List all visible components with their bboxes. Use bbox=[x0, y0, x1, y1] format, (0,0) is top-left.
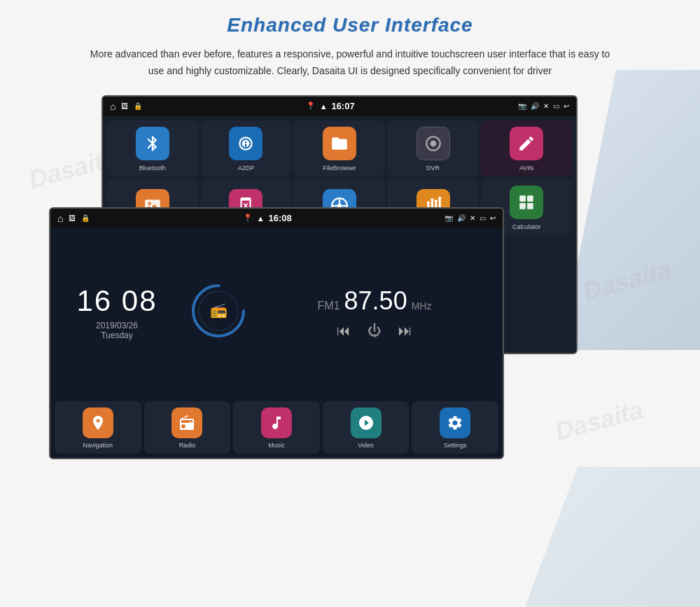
bottom-tile-music[interactable]: Music bbox=[233, 401, 320, 454]
bluetooth-label: Bluetooth bbox=[139, 165, 166, 172]
app-tile-avin[interactable]: AVIN bbox=[481, 120, 572, 176]
status-center-back: 📍 ▲ 16:07 bbox=[306, 101, 355, 111]
app-tile-dvr[interactable]: ⊙ DVR bbox=[388, 120, 479, 176]
filebrowser-label: FileBrowser bbox=[323, 165, 356, 172]
navigation-icon bbox=[83, 407, 113, 438]
photo-icon-front: 🖼 bbox=[69, 214, 76, 222]
bottom-tile-navigation[interactable]: Navigation bbox=[55, 401, 141, 454]
settings-icon bbox=[440, 407, 470, 438]
volume-icon-back: 🔊 bbox=[531, 102, 539, 110]
time-front: 16:08 bbox=[269, 213, 292, 223]
svg-point-16 bbox=[430, 198, 433, 201]
settings-label: Settings bbox=[444, 442, 467, 449]
radio-frequency: 87.50 bbox=[344, 286, 407, 316]
radio-unit: MHz bbox=[412, 300, 432, 312]
app-tile-bluetooth[interactable]: Bluetooth bbox=[107, 120, 198, 176]
navigation-label: Navigation bbox=[83, 442, 113, 449]
radio-dial: 📻 bbox=[190, 283, 246, 342]
volume-icon-front: 🔊 bbox=[457, 214, 465, 222]
bottom-app-row: Navigation Radio bbox=[50, 397, 503, 458]
home-icon-front[interactable]: ⌂ bbox=[57, 213, 63, 224]
status-bar-back: ⌂ 🖼 🔒 📍 ▲ 16:07 📷 🔊 ✕ ▭ ↩ bbox=[103, 97, 576, 116]
svg-rect-21 bbox=[519, 203, 526, 209]
radio-band: FM1 bbox=[318, 300, 340, 312]
screens-container: ⌂ 🖼 🔒 📍 ▲ 16:07 📷 🔊 ✕ ▭ ↩ bbox=[28, 95, 672, 501]
lock-icon-back: 🔒 bbox=[134, 102, 142, 110]
avin-icon bbox=[510, 127, 543, 160]
clock-date: 2019/03/26 Tuesday bbox=[96, 321, 138, 340]
filebrowser-icon bbox=[323, 127, 356, 160]
bottom-tile-settings[interactable]: Settings bbox=[412, 401, 498, 454]
radio-prev-btn[interactable]: ⏮ bbox=[337, 323, 351, 339]
svg-rect-20 bbox=[527, 195, 533, 202]
music-label: Music bbox=[268, 442, 285, 449]
video-label: Video bbox=[358, 442, 374, 449]
a2dp-icon bbox=[229, 127, 262, 160]
dvr-label: DVR bbox=[426, 165, 440, 172]
location-icon-back: 📍 bbox=[306, 102, 316, 111]
time-back: 16:07 bbox=[332, 101, 355, 111]
svg-point-4 bbox=[148, 202, 150, 204]
photo-icon-back: 🖼 bbox=[121, 102, 128, 110]
calculator-icon bbox=[510, 186, 543, 219]
svg-point-18 bbox=[438, 197, 441, 200]
window-icon-front[interactable]: ▭ bbox=[479, 214, 486, 222]
music-icon bbox=[261, 407, 292, 438]
radio-next-btn[interactable]: ⏭ bbox=[398, 323, 412, 339]
radio-info: FM1 87.50 MHz ⏮ ⏻ ⏭ bbox=[304, 286, 432, 339]
radio-section: 📻 FM1 87.50 MHz ⏮ ⏻ bbox=[183, 228, 503, 397]
front-main-wrapper: 16 08 2019/03/26 Tuesday bbox=[50, 228, 503, 458]
radio-freq-row: FM1 87.50 MHz bbox=[318, 286, 432, 316]
radio-power-btn[interactable]: ⏻ bbox=[368, 323, 382, 339]
app-tile-a2dp[interactable]: A2DP bbox=[201, 120, 292, 176]
camera-icon-front: 📷 bbox=[444, 214, 453, 222]
svg-point-15 bbox=[426, 201, 429, 204]
back-icon-back[interactable]: ↩ bbox=[564, 102, 569, 110]
screen-front: ⌂ 🖼 🔒 📍 ▲ 16:08 📷 🔊 ✕ ▭ ↩ bbox=[49, 207, 504, 459]
close-icon-front[interactable]: ✕ bbox=[470, 214, 475, 222]
page-description: More advanced than ever before, features… bbox=[88, 46, 612, 80]
status-right-back: 📷 🔊 ✕ ▭ ↩ bbox=[518, 102, 569, 110]
window-icon-back[interactable]: ▭ bbox=[553, 102, 559, 110]
clock-section: 16 08 2019/03/26 Tuesday bbox=[50, 228, 183, 397]
home-icon-back[interactable]: ⌂ bbox=[110, 101, 115, 112]
a2dp-label: A2DP bbox=[238, 165, 255, 172]
bluetooth-icon bbox=[136, 127, 169, 160]
page-title: Enhanced User Interface bbox=[28, 14, 672, 36]
svg-rect-19 bbox=[519, 195, 526, 202]
status-center-front: 📍 ▲ 16:08 bbox=[243, 213, 292, 223]
front-top-row: 16 08 2019/03/26 Tuesday bbox=[50, 228, 503, 397]
svg-rect-22 bbox=[527, 203, 533, 209]
status-bar-front: ⌂ 🖼 🔒 📍 ▲ 16:08 📷 🔊 ✕ ▭ ↩ bbox=[50, 209, 503, 228]
status-right-front: 📷 🔊 ✕ ▭ ↩ bbox=[444, 214, 496, 222]
svg-text:⊙: ⊙ bbox=[431, 142, 435, 147]
app-tile-filebrowser[interactable]: FileBrowser bbox=[294, 120, 385, 176]
status-left-front: ⌂ 🖼 🔒 bbox=[57, 213, 90, 224]
bottom-tile-video[interactable]: Video bbox=[323, 401, 410, 454]
lock-icon-front: 🔒 bbox=[81, 214, 90, 222]
bottom-tile-radio[interactable]: Radio bbox=[144, 401, 231, 454]
clock-time: 16 08 bbox=[76, 284, 157, 318]
calculator-label: Calculator bbox=[512, 223, 541, 230]
dvr-icon: ⊙ bbox=[416, 127, 450, 160]
radio-controls: ⏮ ⏻ ⏭ bbox=[337, 323, 412, 339]
bluetooth-status-icon: ▲ bbox=[320, 102, 328, 111]
bt-icon-front: ▲ bbox=[257, 214, 265, 223]
radio-label: Radio bbox=[179, 442, 196, 449]
status-left-back: ⌂ 🖼 🔒 bbox=[110, 101, 142, 112]
svg-point-17 bbox=[434, 200, 437, 202]
back-icon-front[interactable]: ↩ bbox=[490, 214, 496, 222]
svg-text:📻: 📻 bbox=[210, 302, 227, 319]
close-icon-back[interactable]: ✕ bbox=[543, 102, 549, 110]
location-icon-front: 📍 bbox=[243, 214, 253, 223]
radio-icon bbox=[172, 407, 202, 438]
avin-label: AVIN bbox=[519, 165, 533, 172]
video-icon bbox=[351, 407, 382, 438]
camera-icon-back: 📷 bbox=[518, 102, 526, 110]
